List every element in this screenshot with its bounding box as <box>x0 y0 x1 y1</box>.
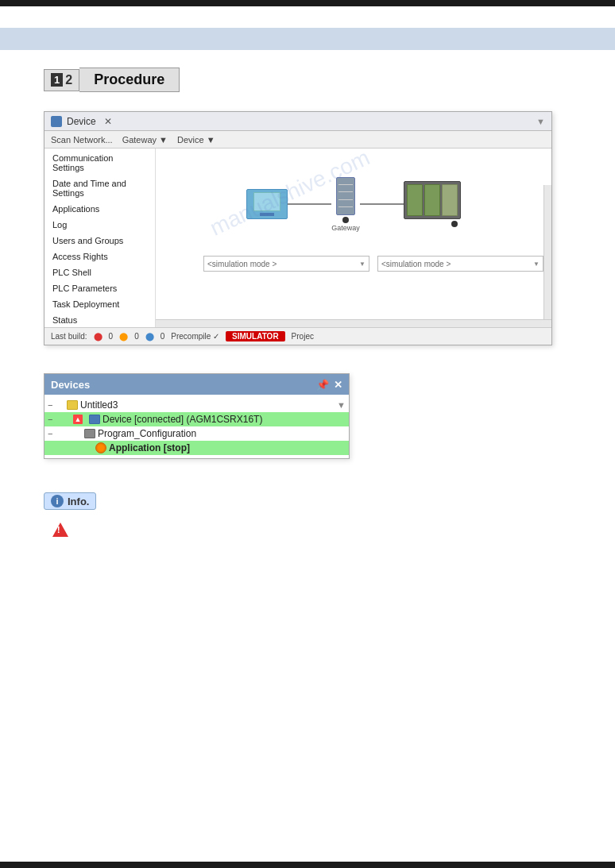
warning-icon: ⬤ <box>119 332 128 341</box>
tree-row-0[interactable]: − Untitled3 ▼ <box>44 398 349 412</box>
device-body: Communication Settings Date and Time and… <box>44 149 551 345</box>
plc-module2 <box>424 184 440 216</box>
sim-arrow-right: ▼ <box>533 260 540 268</box>
scrollbar-vertical[interactable] <box>543 185 551 327</box>
header-band <box>0 28 615 50</box>
net-plc-group <box>404 181 461 227</box>
device-titlebar: Device ✕ ▼ <box>44 112 551 131</box>
tree-row-3[interactable]: Application [stop] <box>44 441 349 455</box>
info-icon: ⬤ <box>145 332 154 341</box>
gw-line3 <box>338 199 353 200</box>
tree-label-3: Application [stop] <box>109 442 190 453</box>
net-line-2 <box>360 203 404 205</box>
gw-line4 <box>338 206 353 207</box>
info-badge-icon: i <box>51 495 64 507</box>
tree-expand-3 <box>48 443 57 453</box>
tree-expand-1[interactable]: − <box>48 415 57 424</box>
gw-line1 <box>338 184 353 185</box>
device-main: Gateway <simulation mode > <box>156 149 551 345</box>
device-toolbar: Scan Network... Gateway ▼ Device ▼ <box>44 131 551 149</box>
net-gateway-group: Gateway <box>331 177 360 232</box>
sim-select-right[interactable]: <simulation mode > ▼ <box>377 256 543 272</box>
scan-network-btn[interactable]: Scan Network... <box>51 135 113 145</box>
sidebar-item-log[interactable]: Log <box>44 217 155 233</box>
project-label: Projec <box>292 332 314 341</box>
device-sidebar: Communication Settings Date and Time and… <box>44 149 156 345</box>
device-statusbar: Last build: ⬤ 0 ⬤ 0 ⬤ 0 Precompile ✓ SIM… <box>44 327 551 345</box>
gateway-btn[interactable]: Gateway ▼ <box>122 135 168 145</box>
devices-titlebar-controls: 📌 ✕ <box>316 379 342 391</box>
run-status-badge: SIMULATOR <box>226 331 285 341</box>
tree-row-1[interactable]: − ▲ Device [connected] (AGM1CSRX16T) <box>44 412 349 426</box>
devices-tree: − Untitled3 ▼ − ▲ Device [connected] (AG… <box>44 395 349 458</box>
sim-select-right-text: <simulation mode > <box>381 260 451 268</box>
net-line-1 <box>288 203 331 205</box>
devices-titlebar: Devices 📌 ✕ <box>44 374 349 395</box>
simulation-row: <simulation mode > ▼ <simulation mode > … <box>203 256 543 272</box>
sidebar-item-datetime[interactable]: Date and Time and Settings <box>44 176 155 201</box>
sidebar-item-users[interactable]: Users and Groups <box>44 233 155 249</box>
sidebar-item-plcparams[interactable]: PLC Parameters <box>44 280 155 296</box>
devices-pin-icon[interactable]: 📌 <box>316 379 329 391</box>
info-count: 0 <box>161 332 165 341</box>
devices-panel: Devices 📌 ✕ − Untitled3 ▼ − ▲ Device [co… <box>44 373 350 459</box>
tree-label-0: Untitled3 <box>80 399 118 411</box>
device-close-icon[interactable]: ✕ <box>104 116 112 127</box>
gw-dot <box>342 217 349 223</box>
tree-label-1: Device [connected] (AGM1CSRX16T) <box>102 414 262 425</box>
device-window-icon <box>51 116 62 127</box>
computer-screen <box>253 192 280 211</box>
procedure-section: 12 Procedure <box>44 68 180 92</box>
device-window: Device ✕ ▼ Scan Network... Gateway ▼ Dev… <box>44 111 552 345</box>
info-badge: i Info. <box>44 492 96 510</box>
tree-expand-2[interactable]: − <box>48 429 57 438</box>
warning-count: 0 <box>134 332 139 341</box>
tree-icon-warning-1: ▲ <box>73 415 83 424</box>
tree-icon-app-3 <box>95 442 106 453</box>
error-count: 0 <box>109 332 114 341</box>
devices-close-icon[interactable]: ✕ <box>334 379 342 391</box>
sidebar-item-communication[interactable]: Communication Settings <box>44 150 155 176</box>
procedure-title: Procedure <box>79 68 180 92</box>
last-build-label: Last build: <box>51 332 87 341</box>
tree-row-2[interactable]: − Program_Configuration <box>44 426 349 441</box>
device-maximize-icon[interactable]: ▼ <box>536 117 545 126</box>
sidebar-item-taskdeploy[interactable]: Task Deployment <box>44 296 155 312</box>
info-box: i Info. <box>44 492 96 510</box>
bottom-bar <box>0 862 615 868</box>
gateway-label: Gateway <box>331 224 360 232</box>
procedure-badge: 12 <box>44 69 79 91</box>
net-plc <box>404 181 461 219</box>
plc-dot <box>451 221 458 227</box>
net-gateway <box>336 177 355 215</box>
sidebar-item-applications[interactable]: Applications <box>44 201 155 217</box>
plc-module1 <box>407 184 423 216</box>
network-diagram: Gateway <box>164 156 543 252</box>
tree-dropdown-0[interactable]: ▼ <box>337 400 346 410</box>
sidebar-item-access[interactable]: Access Rights <box>44 249 155 264</box>
device-titlebar-text: Device <box>67 116 96 127</box>
device-btn[interactable]: Device ▼ <box>177 135 215 145</box>
net-computer-group <box>246 189 288 219</box>
tree-icon-prog-2 <box>84 429 95 438</box>
scrollbar-horizontal[interactable] <box>156 319 551 327</box>
tree-label-2: Program_Configuration <box>98 428 196 439</box>
tree-expand-0[interactable]: − <box>48 400 57 410</box>
net-computer <box>246 189 288 219</box>
procedure-num1: 1 <box>51 73 63 87</box>
tree-icon-device-1 <box>89 415 100 424</box>
warning-exclamation: ! <box>57 526 60 534</box>
sidebar-item-status[interactable]: Status <box>44 312 155 328</box>
computer-base <box>260 213 274 216</box>
plc-module3 <box>442 184 458 216</box>
precompile-label: Precompile ✓ <box>171 332 219 341</box>
gw-line2 <box>338 191 353 192</box>
sim-select-left-text: <simulation mode > <box>207 260 277 268</box>
warning-triangle: ! <box>52 523 68 537</box>
tree-icon-folder-0 <box>67 400 78 410</box>
sidebar-item-plcshell[interactable]: PLC Shell <box>44 264 155 280</box>
error-icon: ⬤ <box>94 332 102 341</box>
procedure-num2: 2 <box>65 73 72 87</box>
sim-select-left[interactable]: <simulation mode > ▼ <box>203 256 369 272</box>
devices-title: Devices <box>51 379 90 391</box>
